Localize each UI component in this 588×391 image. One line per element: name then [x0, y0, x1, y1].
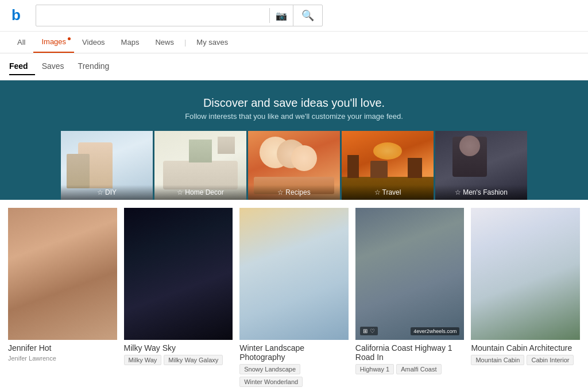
feed-tag[interactable]: Snowy Landscape	[239, 364, 300, 374]
feed-tag[interactable]: Milky Way	[124, 355, 162, 365]
feed-title-milkyway: Milky Way Sky	[124, 343, 233, 353]
feed-image-jennifer	[8, 208, 117, 340]
svg-text:b: b	[11, 6, 21, 24]
subnav-trending[interactable]: Trending	[71, 58, 117, 75]
feed-tag[interactable]: Winter Wonderland	[239, 377, 303, 387]
star-icon-5: ☆	[455, 188, 461, 196]
header: b 📷 🔍	[0, 0, 588, 32]
category-homedecor-label: ☆Home Decor	[154, 185, 246, 200]
feed-title-winter: Winter Landscape Photography	[239, 343, 349, 362]
nav-item-videos[interactable]: Videos	[74, 32, 113, 52]
search-button[interactable]: 🔍	[293, 5, 322, 26]
feed-image-winter	[239, 208, 349, 340]
star-icon-2: ☆	[177, 188, 183, 196]
search-bar: 📷 🔍	[36, 5, 323, 26]
nav-item-all[interactable]: All	[9, 32, 33, 52]
category-homedecor[interactable]: ☆Home Decor	[154, 131, 246, 200]
category-diy[interactable]: ☆DIY	[61, 131, 153, 200]
category-recipes-label: ☆Recipes	[248, 185, 340, 200]
search-input[interactable]	[36, 10, 269, 21]
subnav-feed[interactable]: Feed	[9, 58, 35, 75]
feed-tag[interactable]: Highway 1	[355, 364, 394, 374]
bing-logo: b	[9, 5, 29, 26]
subnav-saves[interactable]: Saves	[35, 58, 71, 75]
camera-button[interactable]: 📷	[270, 10, 293, 21]
feed-tags-milkyway: Milky Way Milky Way Galaxy	[124, 355, 233, 365]
feed-image-milkyway	[124, 208, 233, 340]
nav-item-news[interactable]: News	[147, 32, 182, 52]
nav-item-mysaves[interactable]: My saves	[188, 32, 236, 52]
heart-icon: ♡	[370, 328, 375, 334]
feed-tags-cabin: Mountain Cabin Cabin Interior	[471, 355, 580, 365]
sub-nav: Feed Saves Trending	[0, 53, 588, 80]
feed-item-milkyway[interactable]: Milky Way Sky Milky Way Milky Way Galaxy	[124, 208, 233, 387]
nav-item-images[interactable]: Images	[33, 32, 74, 53]
feed-item-cabin[interactable]: Mountain Cabin Architecture Mountain Cab…	[471, 208, 580, 387]
star-icon: ☆	[97, 188, 103, 196]
feed-grid: Jennifer Hot Jenifer Lawrence Milky Way …	[0, 200, 588, 387]
feed-image-cabin	[471, 208, 580, 340]
feed-item-highway[interactable]: ⊞ ♡ 4ever2wheels.com California Coast Hi…	[355, 208, 465, 387]
category-mensfashion[interactable]: ☆Men's Fashion	[435, 131, 527, 200]
star-icon-4: ☆	[374, 188, 381, 196]
category-diy-label: ☆DIY	[61, 185, 153, 200]
banner-subtitle: Follow interests that you like and we'll…	[11, 112, 577, 121]
star-icon-3: ☆	[277, 188, 284, 196]
source-label: 4ever2wheels.com	[411, 327, 459, 335]
category-travel-label: ☆Travel	[342, 185, 434, 200]
feed-tag[interactable]: Amalfi Coast	[396, 364, 441, 374]
discovery-banner: Discover and save ideas you'll love. Fol…	[0, 80, 588, 200]
grid-icon: ⊞	[363, 328, 368, 334]
main-nav: All Images Videos Maps News | My saves	[0, 32, 588, 53]
category-mensfashion-label: ☆Men's Fashion	[435, 185, 527, 200]
feed-image-highway: ⊞ ♡ 4ever2wheels.com	[355, 208, 465, 340]
feed-tags-highway: Highway 1 Amalfi Coast	[355, 364, 465, 374]
banner-categories: ☆DIY ☆Home Decor ☆Recipes	[11, 131, 577, 200]
feed-tags-winter: Snowy Landscape Winter Wonderland	[239, 364, 349, 387]
category-recipes[interactable]: ☆Recipes	[248, 131, 340, 200]
camera-icon: 📷	[276, 11, 287, 21]
banner-title: Discover and save ideas you'll love.	[11, 96, 577, 110]
search-icon: 🔍	[301, 10, 314, 21]
image-source-overlay: ⊞ ♡	[360, 327, 378, 335]
feed-source-jennifer: Jenifer Lawrence	[8, 355, 117, 362]
feed-tag[interactable]: Milky Way Galaxy	[164, 355, 223, 365]
feed-title-jennifer: Jennifer Hot	[8, 343, 117, 353]
feed-tag[interactable]: Cabin Interior	[527, 355, 574, 365]
feed-tag[interactable]: Mountain Cabin	[471, 355, 524, 365]
nav-separator: |	[182, 38, 188, 47]
feed-title-highway: California Coast Highway 1 Road In	[355, 343, 465, 362]
images-dot	[68, 37, 71, 40]
feed-title-cabin: Mountain Cabin Architecture	[471, 343, 580, 353]
feed-item-jennifer[interactable]: Jennifer Hot Jenifer Lawrence	[8, 208, 117, 387]
category-travel[interactable]: ☆Travel	[342, 131, 434, 200]
feed-item-winter[interactable]: Winter Landscape Photography Snowy Lands…	[239, 208, 349, 387]
nav-item-maps[interactable]: Maps	[113, 32, 148, 52]
